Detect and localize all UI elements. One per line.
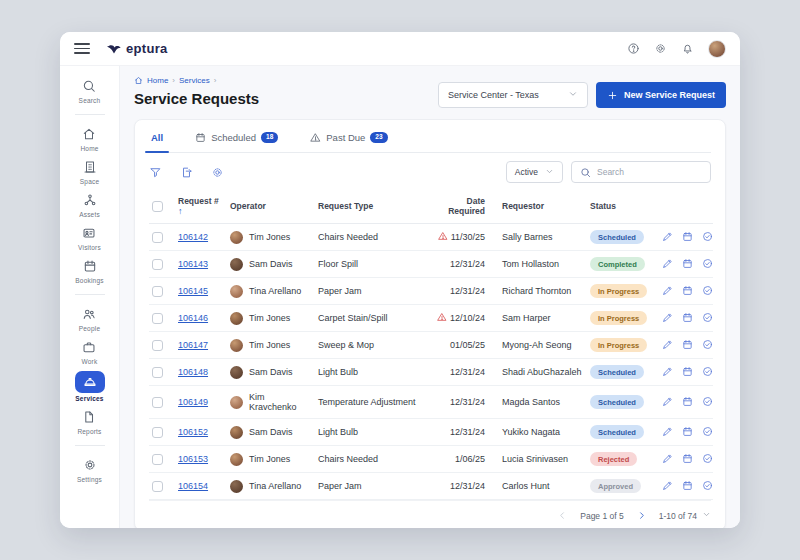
gear-icon[interactable] — [211, 166, 224, 179]
calendar-icon[interactable] — [682, 285, 693, 298]
sidebar-item-work[interactable]: Work — [82, 338, 98, 365]
check-circle-icon[interactable] — [702, 285, 713, 298]
new-service-request-button[interactable]: New Service Request — [596, 82, 726, 108]
gear-icon[interactable] — [654, 42, 667, 55]
row-checkbox[interactable] — [152, 481, 163, 492]
calendar-icon[interactable] — [682, 312, 693, 325]
row-checkbox[interactable] — [152, 286, 163, 297]
select-all-checkbox[interactable] — [152, 201, 163, 212]
sidebar-item-label: Home — [80, 145, 98, 152]
pencil-icon[interactable] — [662, 258, 673, 271]
check-circle-icon[interactable] — [702, 396, 713, 409]
breadcrumb-services-link[interactable]: Services — [179, 76, 210, 85]
check-circle-icon[interactable] — [702, 480, 713, 493]
pencil-icon[interactable] — [662, 396, 673, 409]
column-header-request-type[interactable]: Request Type — [315, 190, 429, 224]
tab-scheduled[interactable]: Scheduled 18 — [193, 130, 280, 152]
request-number-link[interactable]: 106147 — [178, 340, 208, 350]
user-avatar[interactable] — [708, 40, 726, 58]
calendar-icon[interactable] — [682, 453, 693, 466]
column-header-requestor[interactable]: Requestor — [499, 190, 587, 224]
next-page-icon[interactable] — [636, 510, 647, 521]
row-checkbox[interactable] — [152, 454, 163, 465]
check-circle-icon[interactable] — [702, 258, 713, 271]
tab-past-due[interactable]: Past Due 23 — [308, 130, 389, 152]
sidebar-item-label: Reports — [77, 428, 101, 435]
request-number-link[interactable]: 106153 — [178, 454, 208, 464]
sidebar-item-space[interactable]: Space — [80, 158, 99, 185]
topbar-actions — [627, 40, 726, 58]
calendar-icon[interactable] — [682, 258, 693, 271]
calendar-icon[interactable] — [682, 480, 693, 493]
request-number-link[interactable]: 106145 — [178, 286, 208, 296]
column-header-operator[interactable]: Operator — [227, 190, 315, 224]
row-checkbox[interactable] — [152, 232, 163, 243]
sidebar-item-settings[interactable]: Settings — [77, 456, 102, 483]
rows-range-select[interactable]: 1-10 of 74 — [659, 510, 711, 521]
sidebar-item-visitors[interactable]: Visitors — [78, 224, 101, 251]
help-icon[interactable] — [627, 42, 640, 55]
request-number-link[interactable]: 106154 — [178, 481, 208, 491]
sidebar-item-people[interactable]: People — [79, 305, 100, 332]
request-number-link[interactable]: 106143 — [178, 259, 208, 269]
row-checkbox[interactable] — [152, 397, 163, 408]
filter-icon[interactable] — [149, 166, 162, 179]
pencil-icon[interactable] — [662, 312, 673, 325]
calendar-icon[interactable] — [682, 339, 693, 352]
request-type: Temperature Adjustment — [315, 386, 429, 419]
calendar-icon[interactable] — [682, 231, 693, 244]
request-number-link[interactable]: 106149 — [178, 397, 208, 407]
sidebar-item-bookings[interactable]: Bookings — [75, 257, 103, 284]
row-checkbox[interactable] — [152, 313, 163, 324]
pencil-icon[interactable] — [662, 339, 673, 352]
calendar-icon[interactable] — [682, 396, 693, 409]
check-circle-icon[interactable] — [702, 426, 713, 439]
search-input[interactable] — [597, 167, 702, 177]
row-checkbox[interactable] — [152, 340, 163, 351]
pencil-icon[interactable] — [662, 231, 673, 244]
sidebar-item-label: Settings — [77, 476, 102, 483]
active-filter-select[interactable]: Active — [506, 161, 563, 183]
request-number-link[interactable]: 106152 — [178, 427, 208, 437]
pencil-icon[interactable] — [662, 366, 673, 379]
hamburger-menu-icon[interactable] — [74, 43, 90, 54]
service-center-value: Service Center - Texas — [448, 90, 539, 100]
bell-icon[interactable] — [681, 42, 694, 55]
table-row: 106154 Tina Arellano Paper Jam 12/31/24 … — [149, 473, 713, 500]
export-icon[interactable] — [180, 166, 193, 179]
pencil-icon[interactable] — [662, 453, 673, 466]
pencil-icon[interactable] — [662, 426, 673, 439]
breadcrumb-home-link[interactable]: Home — [147, 76, 168, 85]
row-checkbox[interactable] — [152, 367, 163, 378]
check-circle-icon[interactable] — [702, 231, 713, 244]
column-header-status[interactable]: Status — [587, 190, 659, 224]
requestor-name: Myong-Ah Seong — [499, 332, 587, 359]
breadcrumb-separator: › — [172, 76, 175, 85]
previous-page-icon[interactable] — [557, 510, 568, 521]
sidebar-item-reports[interactable]: Reports — [77, 408, 101, 435]
check-circle-icon[interactable] — [702, 366, 713, 379]
operator-name: Tim Jones — [249, 340, 290, 350]
calendar-icon[interactable] — [682, 426, 693, 439]
check-circle-icon[interactable] — [702, 339, 713, 352]
request-number-link[interactable]: 106146 — [178, 313, 208, 323]
service-center-select[interactable]: Service Center - Texas — [438, 82, 588, 108]
row-checkbox[interactable] — [152, 427, 163, 438]
sidebar-item-label: Visitors — [78, 244, 101, 251]
calendar-icon[interactable] — [682, 366, 693, 379]
sidebar-item-assets[interactable]: Assets — [79, 191, 100, 218]
sidebar-item-search[interactable]: Search — [79, 77, 101, 104]
check-circle-icon[interactable] — [702, 453, 713, 466]
sidebar-item-services[interactable]: Services — [75, 371, 105, 402]
sidebar-item-home[interactable]: Home — [80, 125, 98, 152]
column-header-request[interactable]: Request # ↑ — [175, 190, 227, 224]
operator-name: Sam Davis — [249, 259, 293, 269]
request-number-link[interactable]: 106142 — [178, 232, 208, 242]
request-number-link[interactable]: 106148 — [178, 367, 208, 377]
row-checkbox[interactable] — [152, 259, 163, 270]
pencil-icon[interactable] — [662, 480, 673, 493]
pencil-icon[interactable] — [662, 285, 673, 298]
column-header-date-required[interactable]: Date Required — [429, 190, 499, 224]
check-circle-icon[interactable] — [702, 312, 713, 325]
tab-all[interactable]: All — [149, 130, 165, 152]
